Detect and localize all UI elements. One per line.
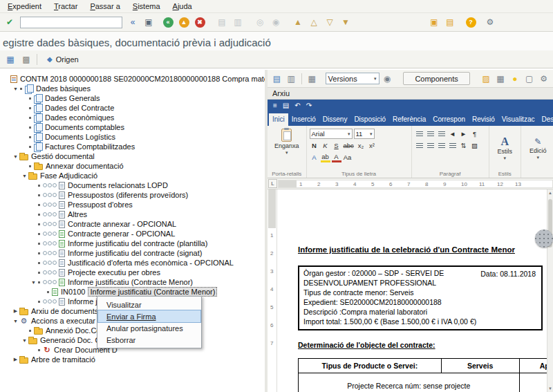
text-effects-button[interactable]: A xyxy=(310,153,319,162)
help-icon[interactable]: ? xyxy=(463,15,478,30)
tree-item[interactable]: ▶Arbre de tramitació xyxy=(0,355,265,364)
align-center-icon[interactable] xyxy=(426,141,435,151)
collapse-icon[interactable]: ▼ xyxy=(21,174,28,178)
more-icon[interactable]: « xyxy=(125,15,140,30)
horizontal-ruler[interactable]: L 12345678910111213 xyxy=(268,178,553,189)
menu-sistema[interactable]: Sistema xyxy=(126,1,167,12)
detail-icon[interactable]: ▦ xyxy=(3,52,18,66)
collapse-icon[interactable]: ▼ xyxy=(12,319,19,324)
tree-item[interactable]: Dades Generals xyxy=(0,93,265,103)
pilcrow-icon[interactable]: ¶ xyxy=(470,129,480,139)
menu-ajuda[interactable]: Ajuda xyxy=(167,1,198,12)
tree-item[interactable]: Justificació d'oferta més econòmica - OP… xyxy=(0,258,265,268)
back-icon[interactable]: « xyxy=(160,15,176,30)
layout-icon[interactable]: ▦ xyxy=(494,71,507,86)
export-icon[interactable]: ▦ xyxy=(306,71,319,86)
collapse-icon[interactable]: ▼ xyxy=(12,154,19,159)
menu-tractar[interactable]: Tractar xyxy=(48,1,84,12)
tree-item[interactable]: Annexar documentació xyxy=(0,161,265,171)
tab-revisi[interactable]: Revisió xyxy=(469,113,498,126)
underline-button[interactable]: S xyxy=(332,141,341,151)
highlight-button[interactable]: ab xyxy=(321,153,330,162)
floating-handle[interactable] xyxy=(535,230,553,248)
tree-item[interactable]: Contracte generar - OPCIONAL xyxy=(0,229,265,239)
tree-item[interactable]: Informe justificatiu del contracte (plan… xyxy=(0,239,265,248)
styles-button[interactable]: A Estils ▾ xyxy=(492,128,518,169)
tree-item[interactable]: Factures Comptabilitzades xyxy=(0,142,265,151)
line-spacing-icon[interactable]: ⇅ xyxy=(459,141,469,151)
customize-icon[interactable]: ⚙ xyxy=(482,15,498,30)
window-icon[interactable]: ▢ xyxy=(523,71,536,86)
tree-item[interactable]: Documents comptables xyxy=(0,122,265,132)
paste-button[interactable]: Enganxa ▾ xyxy=(270,128,303,156)
show-document-icon[interactable]: ▤ xyxy=(270,71,283,86)
menu-icon[interactable]: ≡ xyxy=(273,102,277,109)
justify-icon[interactable] xyxy=(448,141,458,151)
redo-icon[interactable]: ↷ xyxy=(306,102,312,109)
settings-icon[interactable]: ⚙ xyxy=(537,71,550,86)
first-page-icon[interactable]: ▲ xyxy=(290,15,306,30)
tree-item[interactable]: ▼Gestió documental xyxy=(0,151,265,161)
vertical-scrollbar[interactable]: ▲ ▼ xyxy=(547,189,553,392)
command-field[interactable] xyxy=(20,17,122,28)
font-name-select[interactable]: Arial ▾ xyxy=(310,129,353,139)
tree-item[interactable]: IN0100Informe justificatiu (Contracte Me… xyxy=(0,287,265,297)
collapse-icon[interactable]: ▼ xyxy=(21,338,28,343)
tree-item[interactable]: Contracte annexar - OPCIONAL xyxy=(0,219,265,229)
previous-page-icon[interactable]: △ xyxy=(306,15,321,30)
undo-icon[interactable]: ↶ xyxy=(294,102,300,109)
multilevel-list-icon[interactable] xyxy=(437,129,447,139)
tab-selector[interactable]: L xyxy=(268,179,277,188)
tree-item[interactable]: ▼Dades bàsiques xyxy=(0,84,265,93)
collapse-icon[interactable]: ▼ xyxy=(30,280,37,285)
folder-icon[interactable]: ▨ xyxy=(480,71,493,86)
file-tab-label[interactable]: Arxiu xyxy=(272,89,290,97)
tab-visualitzac[interactable]: Visualitzac xyxy=(498,113,538,126)
context-menu-item-visualitzar[interactable]: Visualitzar xyxy=(98,299,200,310)
collapse-icon[interactable]: ▼ xyxy=(12,86,19,91)
scroll-down-icon[interactable]: ▼ xyxy=(547,386,553,391)
tree-item[interactable]: Dades del Contracte xyxy=(0,103,265,113)
context-menu-item-enviar-a-firma[interactable]: Enviar a Firma xyxy=(98,310,200,322)
tree-item[interactable]: Projecte executiu per obres xyxy=(0,268,265,277)
subscript-button[interactable]: x₂ xyxy=(356,141,366,151)
menu-expedient[interactable]: Expedient xyxy=(1,1,48,12)
tree-item[interactable]: Documents Logístics xyxy=(0,132,265,142)
tab-inserci[interactable]: Inserció xyxy=(288,113,319,126)
change-case-button[interactable]: Aa xyxy=(343,153,353,162)
strikethrough-button[interactable]: abc xyxy=(343,141,355,151)
tab-correspon[interactable]: Correspon xyxy=(429,113,469,126)
tree-item[interactable]: Documents relacionats LOPD xyxy=(0,180,265,190)
document-page[interactable]: Informe justificatiu de la celebració d'… xyxy=(277,189,547,392)
numbering-icon[interactable] xyxy=(426,129,435,139)
tip-icon[interactable]: ● xyxy=(508,71,521,86)
align-right-icon[interactable] xyxy=(437,141,447,151)
last-page-icon[interactable]: ▼ xyxy=(338,15,353,30)
vertical-ruler[interactable]: 1234567 xyxy=(268,189,277,392)
origen-button[interactable]: ◆ Origen xyxy=(41,54,85,65)
tab-desenv[interactable]: Desenv xyxy=(538,113,553,126)
components-button[interactable]: Components xyxy=(403,72,469,85)
expand-icon[interactable]: ▩ xyxy=(19,52,34,66)
print-icon[interactable]: ▥ xyxy=(285,71,298,86)
tree-item[interactable]: Altres xyxy=(0,209,265,219)
font-size-select[interactable]: 11 ▾ xyxy=(354,129,375,139)
next-page-icon[interactable]: ▽ xyxy=(322,15,337,30)
editing-button[interactable]: ✎ Edició ▾ xyxy=(524,128,552,169)
new-session-icon[interactable]: ▣ xyxy=(427,15,442,30)
scroll-up-icon[interactable]: ▲ xyxy=(547,191,553,195)
context-menu-item-anular-portasignatures[interactable]: Anular portasignatures xyxy=(98,322,200,334)
enter-icon[interactable]: ✔ xyxy=(2,15,17,30)
tree-item[interactable]: ▼Fase Adjudicació xyxy=(0,171,265,180)
tree-item[interactable]: Pressupost d'obres xyxy=(0,200,265,209)
superscript-button[interactable]: x² xyxy=(367,141,377,151)
cancel-icon[interactable]: ✖ xyxy=(192,15,207,30)
versions-select[interactable]: Versions▾ xyxy=(326,73,379,84)
compare-versions-icon[interactable]: ◉ xyxy=(381,71,394,86)
tree-item[interactable]: Dades econòmiques xyxy=(0,113,265,122)
context-menu-item-esborrar[interactable]: Esborrar xyxy=(98,334,200,346)
save-icon[interactable]: ▤ xyxy=(283,102,289,109)
italic-button[interactable]: K xyxy=(321,141,330,151)
tab-inici[interactable]: Inici xyxy=(269,113,288,126)
menu-passar-a[interactable]: Passar a xyxy=(84,1,126,12)
